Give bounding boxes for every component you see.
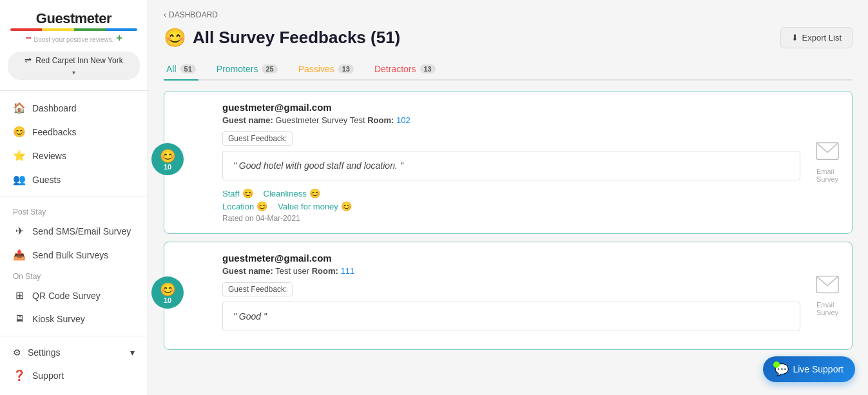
export-icon: ⬇ [791,33,798,43]
sidebar-item-send-bulk-label: Send Bulk Surveys [32,250,108,260]
logo-area: Guestmeter − Boost your positive reviews… [0,0,148,46]
tag-value-emoji: 😊 [341,201,352,211]
tab-all-label: All [166,64,177,74]
main-content: ‹ DASHBOARD 😊 All Survey Feedbacks (51) … [148,0,868,395]
sidebar-item-support-label: Support [32,371,64,381]
tag-location-label: Location [222,202,254,211]
sidebar-item-kiosk-label: Kiosk Survey [32,314,85,324]
guest-name-label: Guest name: [222,115,275,125]
live-support-label: Live Support [793,364,844,374]
breadcrumb: ‹ DASHBOARD [164,10,853,19]
rated-on: Rated on 04-Mar-2021 [222,214,800,223]
live-support-button[interactable]: 💬 Live Support [763,356,855,382]
divider-3 [0,336,148,336]
feedback-text: " Good hotel with good staff and locatio… [222,151,800,180]
card-guest-line-2: Guest name: Test user Room: 111 [222,266,800,276]
sidebar-item-dashboard[interactable]: 🏠 Dashboard [0,96,148,120]
feedback-text-2: " Good " [222,302,800,331]
tab-detractors-badge: 13 [420,64,436,73]
kiosk-icon: 🖥 [13,313,26,325]
tab-promoters-label: Promoters [217,64,258,74]
card-avatar-area-2: 😊 10 [190,253,222,258]
avatar-2: 😊 10 [151,276,184,309]
room-label: Room: [367,115,396,125]
guests-icon: 👥 [13,173,26,186]
tab-detractors[interactable]: Detractors 13 [372,59,438,81]
card-body-2: 😊 10 guestmeter@gmail.com Guest name: Te… [190,253,839,339]
hotel-selector[interactable]: ⇌ Red Carpet Inn New York ▾ [8,52,140,80]
email-action-2[interactable]: EmailSurvey [816,276,839,316]
sidebar: Guestmeter − Boost your positive reviews… [0,0,148,395]
sidebar-item-settings[interactable]: ⚙ Settings ▾ [0,342,148,363]
on-stay-label: On Stay [0,267,148,284]
dashboard-icon: 🏠 [13,102,26,114]
score-badge-2: 10 [164,297,171,304]
tag-value: Value for money 😊 [278,201,352,211]
chevron-down-icon: ▾ [72,69,75,76]
tag-value-label: Value for money [278,202,338,211]
logo-bar-red [10,28,42,31]
logo-icons: − Boost your positive reviews. + [25,32,122,44]
tab-all-badge: 51 [180,64,196,73]
guest-feedback-label: Guest Feedback: [222,131,293,146]
feedback-card-2: 😊 10 guestmeter@gmail.com Guest name: Te… [164,242,853,350]
content-area: ‹ DASHBOARD 😊 All Survey Feedbacks (51) … [148,0,868,395]
email-survey-label-2: EmailSurvey [816,301,838,316]
sidebar-item-settings-label: Settings [28,347,61,358]
tab-passives-label: Passives [298,64,334,74]
card-email: guestmeter@gmail.com [222,102,800,113]
logo-tagline: Boost your positive reviews. [34,36,114,43]
settings-icon: ⚙ [13,347,21,358]
guest-feedback-label-2: Guest Feedback: [222,282,293,296]
tab-detractors-label: Detractors [374,64,416,74]
card-email-2: guestmeter@gmail.com [222,253,800,264]
page-header: 😊 All Survey Feedbacks (51) ⬇ Export Lis… [164,27,853,48]
send-sms-icon: ✈ [13,225,26,237]
feedbacks-icon: 😊 [13,126,26,138]
tag-cleanliness: Cleanliness 😊 [264,188,320,198]
sidebar-item-send-sms[interactable]: ✈ Send SMS/Email Survey [0,219,148,243]
feedback-tabs: All 51 Promoters 25 Passives 13 Detracto… [164,59,853,81]
logo: Guestmeter [36,10,111,27]
sidebar-item-feedbacks[interactable]: 😊 Feedbacks [0,120,148,144]
guest-name-2: Test user [275,266,309,276]
sidebar-item-qr-code[interactable]: ⊞ QR Code Survey [0,284,148,307]
card-guest-line: Guest name: Guestmeter Survey Test Room:… [222,115,800,125]
feedback-cards: 😊 10 guestmeter@gmail.com Guest name: Gu… [164,91,853,350]
sidebar-item-qr-label: QR Code Survey [32,291,101,301]
settings-chevron-icon: ▾ [130,347,135,358]
sidebar-item-kiosk[interactable]: 🖥 Kiosk Survey [0,307,148,331]
sidebar-item-send-bulk[interactable]: 📤 Send Bulk Surveys [0,243,148,267]
email-survey-label: EmailSurvey [816,168,838,183]
email-action[interactable]: EmailSurvey [816,142,839,183]
tab-passives[interactable]: Passives 13 [296,59,356,81]
avatar: 😊 10 [151,143,184,175]
divider-1 [0,90,148,91]
tag-cleanliness-label: Cleanliness [264,189,307,198]
sidebar-item-support[interactable]: ❓ Support [0,363,148,387]
sidebar-item-send-sms-label: Send SMS/Email Survey [32,226,131,236]
card-avatar-area: 😊 10 [190,102,222,107]
qr-code-icon: ⊞ [13,289,26,302]
minus-icon: − [25,32,31,44]
support-icon: ❓ [13,369,26,381]
plus-icon: + [116,32,122,44]
logo-text: Guestmeter [36,10,111,27]
sidebar-item-reviews[interactable]: ⭐ Reviews [0,144,148,168]
tab-all[interactable]: All 51 [164,59,198,81]
sidebar-item-reviews-label: Reviews [32,151,66,161]
card-body: 😊 10 guestmeter@gmail.com Guest name: Gu… [190,102,839,223]
export-list-button[interactable]: ⬇ Export List [780,27,853,48]
tags-row: Staff 😊 Cleanliness 😊 [222,188,800,198]
logo-bar-blue [106,28,137,31]
sidebar-item-guests[interactable]: 👥 Guests [0,168,148,191]
tab-promoters[interactable]: Promoters 25 [214,59,280,81]
reviews-icon: ⭐ [13,149,26,162]
page-title-area: 😊 All Survey Feedbacks (51) [164,27,400,48]
card-info-2: guestmeter@gmail.com Guest name: Test us… [222,253,839,339]
page-title: All Survey Feedbacks (51) [193,28,400,48]
room-number-2: 111 [341,266,355,276]
export-label: Export List [802,33,842,43]
score-badge: 10 [164,164,171,171]
sidebar-item-feedbacks-label: Feedbacks [32,127,76,137]
